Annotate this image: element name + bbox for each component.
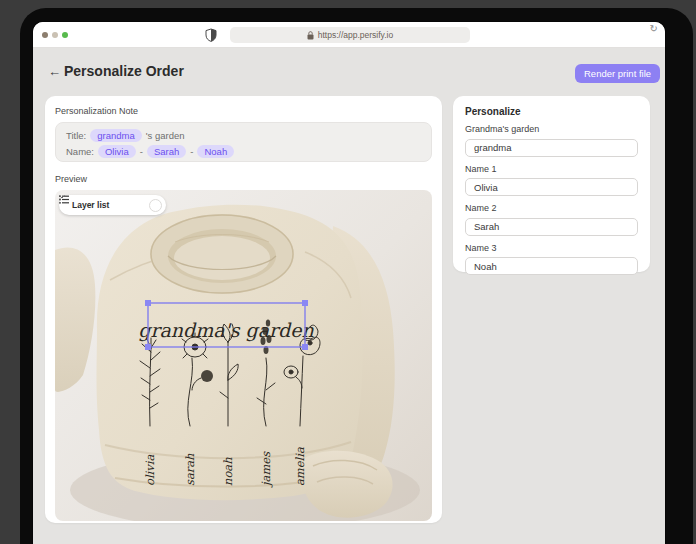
- preview-label: Preview: [55, 174, 432, 184]
- address-bar[interactable]: https://app.persify.io: [230, 27, 470, 43]
- page-title: Personalize Order: [64, 63, 184, 79]
- name-2-input[interactable]: [465, 218, 638, 236]
- name-chip: Sarah: [147, 145, 186, 158]
- chevron-down-icon[interactable]: [149, 199, 162, 212]
- personalization-note-card: Personalization Note Title: grandma 's g…: [45, 96, 442, 523]
- field-label-name-1: Name 1: [465, 164, 638, 174]
- browser-toolbar: https://app.persify.io ↻: [33, 22, 665, 48]
- note-title-label: Title:: [66, 130, 86, 141]
- selection-handle: [145, 300, 151, 306]
- name-chip: Olivia: [98, 145, 136, 158]
- window-zoom-button[interactable]: [62, 32, 68, 38]
- flower-name-text: noah: [221, 457, 235, 486]
- field-label-grandmas-garden: Grandma's garden: [465, 124, 638, 134]
- refresh-icon[interactable]: ↻: [650, 23, 658, 34]
- field-label-name-3: Name 3: [465, 243, 638, 253]
- field-group: Grandma's garden: [465, 124, 638, 157]
- personalization-note-label: Personalization Note: [55, 106, 432, 116]
- window-close-button[interactable]: [42, 32, 48, 38]
- name-chip: Noah: [197, 145, 234, 158]
- url-text: https://app.persify.io: [318, 30, 393, 40]
- flower-name-text: sarah: [183, 453, 197, 486]
- title-chip: grandma: [90, 129, 142, 142]
- note-name-label: Name:: [66, 146, 94, 157]
- browser-window: https://app.persify.io ↻ ← Personalize O…: [33, 22, 665, 544]
- note-title-row: Title: grandma 's garden: [66, 127, 421, 143]
- app-page: ← Personalize Order Render print file Pe…: [33, 48, 665, 544]
- name-3-input[interactable]: [465, 257, 638, 275]
- privacy-shield-icon[interactable]: [205, 28, 217, 42]
- lock-icon: [307, 31, 314, 40]
- selection-handle: [302, 300, 308, 306]
- selection-handle: [302, 344, 308, 350]
- personalize-panel: Personalize Grandma's garden Name 1 Name…: [453, 96, 650, 272]
- layer-list-dropdown[interactable]: Layer list: [59, 195, 166, 215]
- window-minimize-button[interactable]: [52, 32, 58, 38]
- flower-name-text: amelia: [293, 447, 307, 486]
- field-group: Name 2: [465, 203, 638, 236]
- render-print-file-button[interactable]: Render print file: [575, 64, 660, 83]
- chip-separator: -: [190, 146, 193, 157]
- field-group: Name 1: [465, 164, 638, 197]
- grandmas-garden-input[interactable]: [465, 139, 638, 157]
- note-name-row: Name: Olivia - Sarah - Noah: [66, 143, 421, 159]
- personalize-panel-title: Personalize: [465, 106, 638, 117]
- selection-handle: [145, 344, 151, 350]
- preview-canvas[interactable]: Layer list: [55, 190, 432, 521]
- layer-list-label: Layer list: [72, 200, 109, 210]
- design-title-text[interactable]: grandma's garden: [138, 319, 314, 342]
- chip-separator: -: [140, 146, 143, 157]
- flower-name-text: james: [259, 451, 273, 488]
- sweatshirt-mockup: grandma's garden olivia sarah noah james…: [55, 190, 432, 521]
- note-box: Title: grandma 's garden Name: Olivia - …: [55, 122, 432, 162]
- field-group: Name 3: [465, 243, 638, 276]
- back-button[interactable]: ←: [48, 64, 61, 79]
- flower-name-text: olivia: [143, 455, 157, 486]
- note-title-suffix: 's garden: [146, 130, 185, 141]
- field-label-name-2: Name 2: [465, 203, 638, 213]
- name-1-input[interactable]: [465, 178, 638, 196]
